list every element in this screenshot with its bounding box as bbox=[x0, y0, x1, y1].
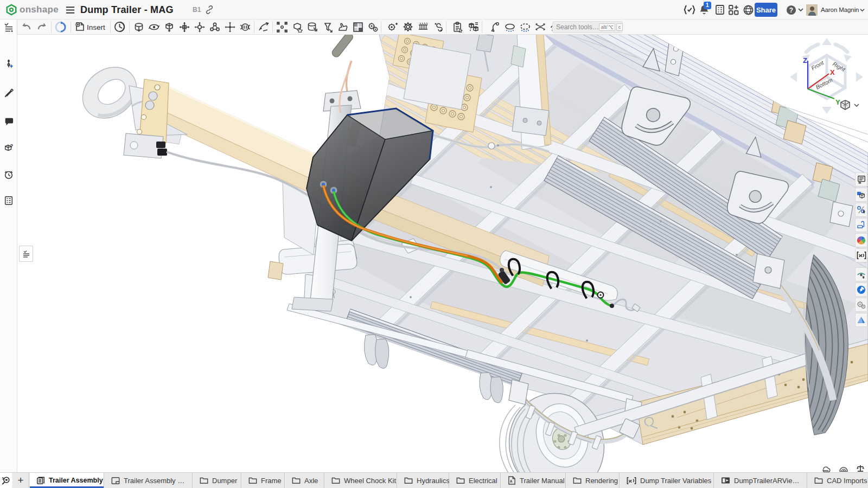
svg-text:?: ? bbox=[10, 143, 14, 149]
svg-text:ϰ: ϰ bbox=[629, 478, 633, 483]
svg-text:?: ? bbox=[789, 6, 793, 14]
svg-text:A: A bbox=[510, 479, 513, 483]
svg-text:Z: Z bbox=[803, 56, 807, 65]
svg-text:ϰ: ϰ bbox=[859, 252, 863, 258]
svg-text:X: X bbox=[830, 68, 835, 76]
